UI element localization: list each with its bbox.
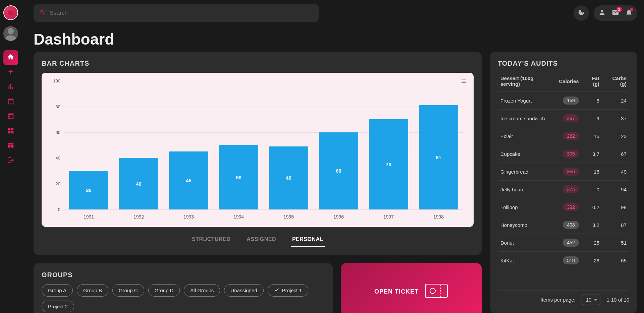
chart-bar[interactable]: 40 [119,158,158,209]
table-row[interactable]: Lollipop3920.298 [498,198,629,216]
table-row[interactable]: Gingerbread3561649 [498,163,629,181]
calorie-chip: 518 [563,256,579,264]
tab-structured[interactable]: STRUCTURED [191,234,232,247]
x-tick: 1992 [133,214,144,220]
app-logo[interactable] [3,5,18,20]
chip-group-d[interactable]: Group D [148,284,180,297]
search-box[interactable] [34,4,319,22]
groups-chips: Group AGroup BGroup CGroup DAll GroupsUn… [42,284,325,312]
bar-charts-card: BAR CHARTS 02040608010030199140199245199… [34,52,482,255]
col-header[interactable]: Calories [556,73,582,92]
y-tick: 20 [56,181,60,186]
table-pager: Items per page: 10 1-10 of 10 [498,290,629,305]
logout-icon [7,156,14,165]
chart-card-title: BAR CHARTS [42,60,474,67]
calorie-chip: 305 [563,150,579,158]
audits-card: TODAY'S AUDITS Dessert (100g serving)Cal… [490,52,637,313]
notifications-button[interactable] [625,9,633,17]
table-row[interactable]: KitKat5182665 [498,252,629,269]
table-row[interactable]: Jelly bean375094 [498,181,629,198]
open-ticket-label: OPEN TICKET [374,288,419,295]
chart-bar[interactable]: 60 [319,132,358,209]
avatar[interactable] [3,26,18,41]
x-tick: 1996 [333,214,344,220]
table-row[interactable]: Donut4522551 [498,234,629,252]
audits-table: Dessert (100g serving)CaloriesFat (g)Car… [498,73,629,269]
chart-tabs: STRUCTUREDASSIGNEDPERSONAL [42,234,474,247]
svg-point-4 [430,288,435,294]
chart-bar[interactable]: 50 [219,145,258,209]
chip-group-b[interactable]: Group B [77,284,108,297]
chart-bar[interactable]: 70 [369,119,408,209]
y-tick: 0 [58,207,60,212]
calorie-chip: 392 [563,203,579,211]
calendar2-icon [7,112,14,121]
mail-button[interactable]: 2 [612,9,619,17]
chip-group-a[interactable]: Group A [42,284,73,297]
grid-icon [7,127,14,136]
table-row[interactable]: Eclair2621623 [498,127,629,145]
plus-icon [7,68,14,77]
pager-label: Items per page: [541,297,576,303]
chip-all-groups[interactable]: All Groups [184,284,220,297]
calorie-chip: 237 [563,114,579,122]
user-icon-cluster: 2 [594,5,637,21]
nav-panel[interactable] [3,139,18,153]
search-input[interactable] [50,10,313,16]
nav-home[interactable] [3,50,18,65]
pager-range: 1-10 of 10 [606,297,629,303]
calorie-chip: 262 [563,132,579,140]
table-row[interactable]: Frozen Yogurt159624 [498,92,629,110]
col-header[interactable]: Dessert (100g serving) [498,73,556,92]
x-tick: 1998 [433,214,444,220]
chart-bar[interactable]: 81 [419,105,458,209]
chart-bar[interactable]: 45 [169,151,208,209]
nav-logout[interactable] [3,153,18,168]
svg-marker-0 [8,10,14,16]
calorie-chip: 159 [563,97,579,105]
nav-stats[interactable] [3,80,18,95]
sidebar [0,0,21,313]
topbar: 2 [34,3,637,23]
chip-unassigned[interactable]: Unassigned [224,284,263,297]
x-tick: 1997 [383,214,394,220]
open-ticket-button[interactable]: OPEN TICKET [341,263,482,313]
chip-project-2[interactable]: Project 2 [42,301,74,312]
col-header[interactable]: Fat (g) [582,73,602,92]
theme-toggle-button[interactable] [574,5,589,21]
calorie-chip: 356 [563,168,579,176]
y-tick: 100 [53,78,60,83]
stats-icon [7,83,14,91]
groups-card: GROUPS Group AGroup BGroup CGroup DAll G… [34,263,333,313]
chart-bar[interactable]: 49 [269,146,308,209]
chip-project-1[interactable]: Project 1 [268,284,308,297]
nav-grid[interactable] [3,124,18,139]
account-button[interactable] [598,9,606,17]
bell-icon [625,11,633,17]
table-row[interactable]: Cupcake3053.767 [498,145,629,163]
col-header[interactable]: Carbs (g) [602,73,629,92]
audits-title: TODAY'S AUDITS [498,60,629,67]
nav-plus[interactable] [3,65,18,80]
table-row[interactable]: Honeycomb4083.287 [498,216,629,234]
items-per-page-select[interactable]: 10 [582,295,601,305]
x-tick: 1995 [283,214,294,220]
tab-personal[interactable]: PERSONAL [291,234,325,247]
check-icon [274,287,279,294]
tab-assigned[interactable]: ASSIGNED [245,234,277,247]
search-icon [40,9,46,17]
mail-icon [612,11,619,17]
person-icon [598,11,606,17]
notification-dot [630,8,633,11]
panel-icon [7,142,14,150]
calorie-chip: 408 [563,221,579,229]
home-icon [7,53,14,62]
nav-calendar[interactable] [3,95,18,109]
y-tick: 40 [56,155,60,161]
x-tick: 1991 [84,214,94,220]
chart-canvas: 0204060801003019914019924519935019944919… [42,73,474,227]
nav-calendar2[interactable] [3,109,18,124]
chip-group-c[interactable]: Group C [112,284,144,297]
table-row[interactable]: Ice cream sandwich237937 [498,110,629,127]
chart-bar[interactable]: 30 [69,171,108,209]
